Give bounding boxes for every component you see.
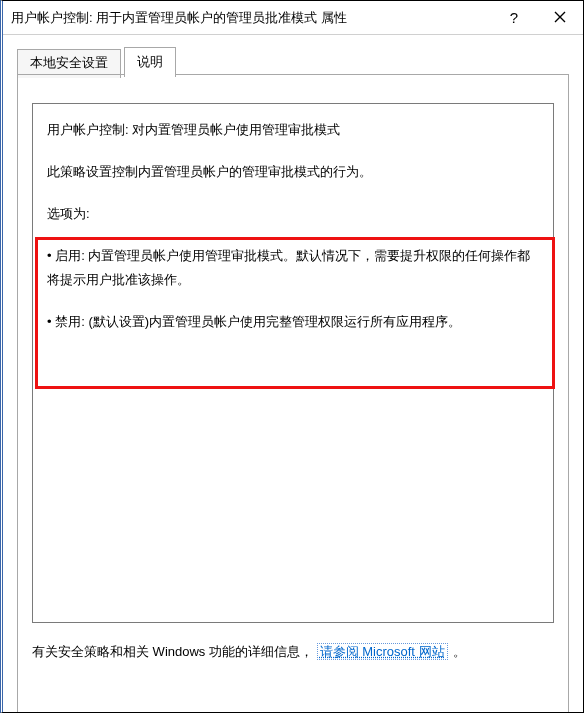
help-button[interactable]: ?: [491, 1, 537, 34]
footer-info: 有关安全策略和相关 Windows 功能的详细信息， 请参阅 Microsoft…: [32, 641, 554, 663]
tab-page-explain: 用户帐户控制: 对内置管理员帐户使用管理审批模式 此策略设置控制内置管理员帐户的…: [17, 75, 569, 713]
options-label: 选项为:: [47, 202, 539, 226]
footer-suffix: 。: [453, 644, 466, 659]
tab-explain[interactable]: 说明: [124, 47, 176, 77]
option-disable: • 禁用: (默认设置)内置管理员帐户使用完整管理权限运行所有应用程序。: [47, 310, 539, 334]
close-icon: [554, 9, 566, 27]
window-title: 用户帐户控制: 用于内置管理员帐户的管理员批准模式 属性: [11, 9, 491, 27]
policy-summary: 此策略设置控制内置管理员帐户的管理审批模式的行为。: [47, 160, 539, 184]
policy-description-box: 用户帐户控制: 对内置管理员帐户使用管理审批模式 此策略设置控制内置管理员帐户的…: [32, 103, 554, 623]
option-enable: • 启用: 内置管理员帐户使用管理审批模式。默认情况下，需要提升权限的任何操作都…: [47, 244, 539, 292]
tab-strip: 本地安全设置 说明: [3, 35, 583, 75]
close-button[interactable]: [537, 1, 583, 34]
policy-heading: 用户帐户控制: 对内置管理员帐户使用管理审批模式: [47, 118, 539, 142]
tab-divider: [17, 74, 569, 75]
microsoft-link[interactable]: 请参阅 Microsoft 网站: [317, 643, 448, 660]
help-icon: ?: [510, 9, 518, 26]
titlebar: 用户帐户控制: 用于内置管理员帐户的管理员批准模式 属性 ?: [3, 1, 583, 35]
footer-prefix: 有关安全策略和相关 Windows 功能的详细信息，: [32, 644, 313, 659]
